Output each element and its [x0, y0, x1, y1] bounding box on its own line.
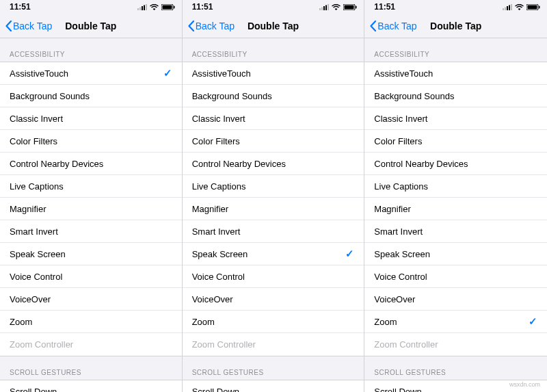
row-live_captions[interactable]: Live Captions: [183, 175, 364, 198]
svg-rect-4: [146, 4, 147, 10]
row-label: Smart Invert: [192, 226, 241, 237]
svg-rect-14: [345, 5, 354, 9]
row-scroll_down[interactable]: Scroll Down: [0, 380, 182, 392]
row-smart_invert[interactable]: Smart Invert: [0, 220, 182, 243]
scroll-area[interactable]: ACCESSIBILITY AssistiveTouch Background …: [183, 38, 364, 392]
back-button[interactable]: Back Tap: [5, 21, 52, 31]
section-header-accessibility: ACCESSIBILITY: [183, 38, 364, 62]
row-assistivetouch[interactable]: AssistiveTouch: [183, 62, 364, 85]
cellular-icon: [137, 4, 147, 10]
cellular-icon: [503, 4, 512, 10]
row-background_sounds[interactable]: Background Sounds: [364, 85, 547, 107]
row-label: Scroll Down: [192, 387, 239, 393]
section-header-accessibility: ACCESSIBILITY: [364, 38, 547, 62]
back-label: Back Tap: [13, 21, 52, 31]
row-label: Magnifier: [374, 204, 410, 214]
row-zoom_controller: Zoom Controller: [364, 333, 547, 356]
wifi-icon: [515, 4, 524, 10]
row-magnifier[interactable]: Magnifier: [364, 198, 547, 220]
row-live_captions[interactable]: Live Captions: [0, 175, 182, 198]
row-background_sounds[interactable]: Background Sounds: [0, 85, 182, 107]
row-magnifier[interactable]: Magnifier: [0, 198, 182, 220]
back-button[interactable]: Back Tap: [188, 21, 235, 31]
status-bar: 11:51: [0, 0, 182, 14]
svg-rect-7: [174, 5, 175, 8]
row-zoom[interactable]: Zoom ✓: [364, 311, 547, 333]
svg-rect-3: [144, 5, 145, 10]
row-voice_control[interactable]: Voice Control: [183, 265, 364, 288]
row-voice_control[interactable]: Voice Control: [0, 265, 182, 288]
battery-icon: [526, 4, 540, 10]
row-label: Voice Control: [10, 272, 62, 282]
row-speak_screen[interactable]: Speak Screen: [364, 243, 547, 265]
row-classic_invert[interactable]: Classic Invert: [183, 107, 364, 130]
svg-rect-8: [319, 8, 321, 10]
status-bar: 11:51: [183, 0, 364, 14]
svg-rect-15: [356, 5, 357, 8]
row-background_sounds[interactable]: Background Sounds: [183, 85, 364, 107]
svg-rect-23: [539, 5, 540, 8]
pane-1: 11:51 Back Tap Double Tap ACCESSIBILITY …: [183, 0, 365, 392]
row-label: VoiceOver: [374, 294, 415, 304]
back-button[interactable]: Back Tap: [370, 21, 416, 31]
scroll-area[interactable]: ACCESSIBILITY AssistiveTouch ✓ Backgroun…: [0, 38, 182, 392]
battery-icon: [161, 4, 175, 10]
row-smart_invert[interactable]: Smart Invert: [183, 220, 364, 243]
row-classic_invert[interactable]: Classic Invert: [364, 107, 547, 130]
wifi-icon: [150, 4, 159, 10]
row-label: Live Captions: [374, 181, 428, 192]
row-voice_control[interactable]: Voice Control: [364, 265, 547, 288]
row-label: Smart Invert: [10, 226, 58, 237]
row-control_nearby[interactable]: Control Nearby Devices: [0, 153, 182, 175]
row-label: Zoom Controller: [192, 339, 256, 350]
row-color_filters[interactable]: Color Filters: [0, 130, 182, 153]
status-time: 11:51: [192, 2, 213, 12]
row-label: Control Nearby Devices: [10, 159, 103, 169]
row-live_captions[interactable]: Live Captions: [364, 175, 547, 198]
row-speak_screen[interactable]: Speak Screen ✓: [183, 243, 364, 265]
row-control_nearby[interactable]: Control Nearby Devices: [183, 153, 364, 175]
row-assistivetouch[interactable]: AssistiveTouch ✓: [0, 62, 182, 85]
row-color_filters[interactable]: Color Filters: [364, 130, 547, 153]
cellular-icon: [319, 4, 329, 10]
row-voiceover[interactable]: VoiceOver: [364, 288, 547, 311]
status-time: 11:51: [374, 2, 395, 12]
row-control_nearby[interactable]: Control Nearby Devices: [364, 153, 547, 175]
row-smart_invert[interactable]: Smart Invert: [364, 220, 547, 243]
battery-icon: [343, 4, 357, 10]
row-label: Live Captions: [192, 181, 246, 192]
svg-rect-11: [325, 5, 327, 10]
row-label: Voice Control: [374, 272, 427, 282]
status-icons: [137, 4, 175, 10]
group-accessibility: AssistiveTouch Background Sounds Classic…: [364, 62, 547, 356]
group-accessibility: AssistiveTouch Background Sounds Classic…: [183, 62, 364, 356]
row-magnifier[interactable]: Magnifier: [183, 198, 364, 220]
svg-rect-6: [162, 5, 172, 9]
row-label: AssistiveTouch: [10, 68, 68, 79]
svg-rect-16: [503, 8, 504, 10]
row-speak_screen[interactable]: Speak Screen: [0, 243, 182, 265]
nav-bar: Back Tap Double Tap: [183, 14, 364, 38]
watermark: wsxdn.com: [509, 381, 540, 388]
row-label: AssistiveTouch: [192, 68, 251, 79]
scroll-area[interactable]: ACCESSIBILITY AssistiveTouch Background …: [364, 38, 547, 392]
row-zoom[interactable]: Zoom: [183, 311, 364, 333]
row-label: Classic Invert: [192, 114, 245, 124]
row-zoom[interactable]: Zoom: [0, 311, 182, 333]
chevron-left-icon: [5, 21, 12, 31]
row-label: VoiceOver: [10, 294, 51, 304]
row-label: VoiceOver: [192, 294, 233, 304]
checkmark-icon: ✓: [163, 67, 172, 79]
row-voiceover[interactable]: VoiceOver: [0, 288, 182, 311]
group-accessibility: AssistiveTouch ✓ Background Sounds Class…: [0, 62, 182, 356]
row-label: Scroll Down: [10, 387, 57, 393]
row-classic_invert[interactable]: Classic Invert: [0, 107, 182, 130]
row-label: Zoom Controller: [10, 339, 73, 350]
chevron-left-icon: [370, 21, 376, 31]
row-voiceover[interactable]: VoiceOver: [183, 288, 364, 311]
section-header-scroll-gestures: SCROLL GESTURES: [183, 356, 364, 380]
row-color_filters[interactable]: Color Filters: [183, 130, 364, 153]
row-assistivetouch[interactable]: AssistiveTouch: [364, 62, 547, 85]
row-scroll_down[interactable]: Scroll Down: [183, 380, 364, 392]
section-header-scroll-gestures: SCROLL GESTURES: [0, 356, 182, 380]
